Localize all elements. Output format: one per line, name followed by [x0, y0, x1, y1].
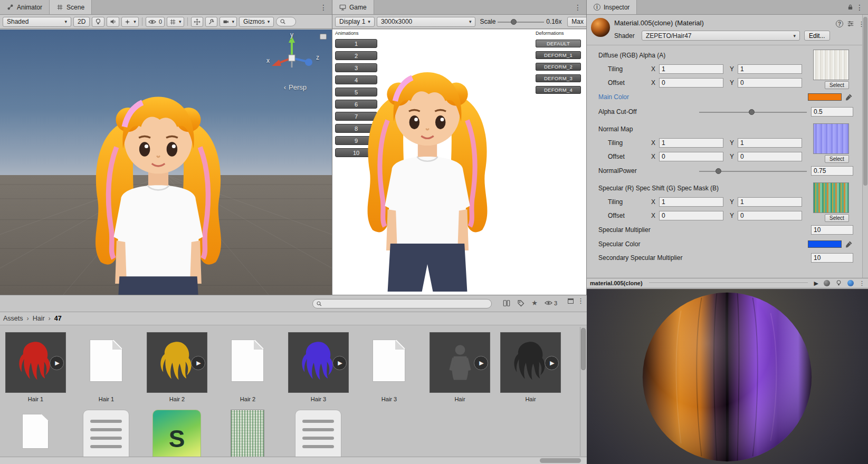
tab-game[interactable]: Game — [332, 0, 374, 14]
label-tag-icon[interactable] — [517, 299, 524, 307]
play-overlay-icon[interactable]: ▶ — [50, 356, 64, 370]
shading-mode-dropdown[interactable]: Shaded ▾ — [3, 17, 71, 27]
tools-button[interactable] — [205, 17, 217, 27]
scale-slider-knob[interactable] — [511, 19, 517, 25]
preview-shape-icon[interactable] — [824, 280, 830, 286]
asset-thumbnail[interactable] — [5, 410, 66, 457]
asset-thumbnail[interactable]: ▶ — [430, 332, 490, 393]
scale-slider[interactable] — [498, 17, 544, 27]
animation-button-1[interactable]: 1 — [335, 39, 377, 48]
deformation-button-3[interactable]: DEFORM_3 — [536, 74, 581, 82]
shader-dropdown[interactable]: ZEPETO/Hair47 ▾ — [642, 31, 800, 41]
specular-offset-y-input[interactable] — [738, 211, 802, 220]
play-overlay-icon[interactable]: ▶ — [332, 356, 347, 370]
asset-thumbnail[interactable]: ▶ — [288, 332, 349, 393]
asset-hair2-prefab[interactable]: ▶ Hair 2 — [147, 332, 207, 402]
asset-hair-silhouette[interactable]: ▶ Hair — [500, 332, 561, 402]
preview-drag-handle[interactable] — [649, 283, 808, 284]
asset-text-document[interactable] — [76, 410, 137, 457]
breadcrumb-hair[interactable]: Hair — [33, 315, 45, 322]
maximize-on-play-button[interactable]: Max — [567, 17, 587, 27]
diffuse-tiling-y-input[interactable] — [738, 64, 802, 74]
specular-map-thumbnail[interactable] — [813, 182, 849, 213]
project-search-input[interactable] — [324, 300, 488, 307]
main-color-swatch[interactable] — [808, 93, 842, 101]
resolution-dropdown[interactable]: 3000x3000 ▾ — [377, 17, 476, 27]
material-preview-header[interactable]: material.005(clone) ▶ ⋮ — [587, 278, 868, 288]
play-overlay-icon[interactable]: ▶ — [545, 356, 559, 370]
effects-dropdown[interactable]: ▾ — [121, 17, 139, 27]
normal-map-thumbnail[interactable] — [813, 123, 849, 154]
asset-thumbnail[interactable] — [359, 332, 419, 393]
scene-viewport[interactable]: x y z ‹ Persp — [0, 30, 332, 295]
normal-tiling-x-input[interactable] — [659, 138, 723, 148]
scene-panel-menu-icon[interactable]: ⋮ — [318, 0, 329, 15]
scene-orientation-gizmo[interactable]: x y z — [266, 33, 317, 83]
normal-power-input[interactable] — [811, 166, 853, 176]
layout-toggle-icon[interactable] — [503, 299, 510, 307]
project-horizontal-scrollbar[interactable] — [0, 457, 587, 464]
deformation-button-2[interactable]: DEFORM_2 — [536, 63, 581, 71]
asset-texture-file[interactable] — [217, 410, 278, 457]
specular-color-swatch[interactable] — [808, 240, 842, 248]
normal-power-slider[interactable] — [699, 166, 807, 176]
inspector-menu-icon[interactable]: ⋮ — [854, 0, 865, 15]
diffuse-offset-y-input[interactable] — [738, 78, 802, 88]
asset-thumbnail[interactable] — [288, 410, 349, 457]
asset-thumbnail[interactable]: ▶ — [500, 332, 561, 393]
diffuse-texture-thumbnail[interactable] — [813, 50, 849, 80]
game-panel-menu-icon[interactable]: ⋮ — [572, 0, 584, 15]
preview-light-icon[interactable] — [835, 279, 842, 287]
tab-scene[interactable]: Scene — [50, 0, 92, 14]
normal-map-select-button[interactable]: Select — [825, 155, 849, 163]
scene-search[interactable] — [276, 17, 296, 26]
alpha-cutoff-slider[interactable] — [699, 107, 807, 117]
deformation-button-1[interactable]: DEFORM_1 — [536, 51, 581, 59]
secondary-specular-input[interactable] — [811, 253, 853, 263]
preview-environment-icon[interactable] — [847, 280, 854, 286]
asset-file-small[interactable] — [5, 410, 66, 457]
asset-hair1-file[interactable]: Hair 1 — [76, 332, 137, 402]
scene-camera-overlay-icon[interactable] — [320, 34, 327, 40]
audio-toggle[interactable] — [107, 17, 119, 27]
asset-hair2-file[interactable]: Hair 2 — [217, 332, 278, 402]
favorites-star-icon[interactable]: ★ — [531, 299, 538, 307]
asset-thumbnail[interactable] — [217, 410, 278, 457]
asset-thumbnail[interactable] — [217, 332, 278, 393]
visibility-toggle[interactable]: 3 — [545, 300, 557, 306]
normal-offset-x-input[interactable] — [659, 152, 723, 161]
specular-offset-x-input[interactable] — [659, 211, 723, 220]
camera-dropdown[interactable]: ▾ — [220, 17, 237, 27]
project-vertical-scrollbar[interactable] — [580, 327, 586, 456]
project-search[interactable] — [312, 299, 492, 308]
asset-thumbnail[interactable]: ▶ — [5, 332, 66, 393]
diffuse-select-button[interactable]: Select — [825, 81, 849, 89]
asset-text-document-2[interactable] — [288, 410, 349, 457]
asset-shader-file[interactable]: S — [147, 410, 207, 457]
lighting-toggle[interactable] — [92, 17, 104, 27]
scrollbar-handle[interactable] — [540, 458, 581, 463]
window-layout-icon[interactable] — [568, 298, 574, 304]
breadcrumb-assets[interactable]: Assets — [3, 315, 23, 322]
material-preview-sphere[interactable] — [640, 290, 814, 464]
shader-edit-button[interactable]: Edit... — [804, 31, 830, 41]
asset-hair3-prefab[interactable]: ▶ Hair 3 — [288, 332, 349, 402]
play-overlay-icon[interactable]: ▶ — [191, 356, 205, 370]
asset-thumbnail[interactable]: S — [147, 410, 207, 457]
tab-animator[interactable]: Animator — [0, 0, 50, 14]
preview-menu-icon[interactable]: ⋮ — [859, 280, 865, 287]
presets-icon[interactable] — [847, 20, 854, 29]
deformation-button-default[interactable]: DEFAULT — [536, 40, 581, 47]
play-overlay-icon[interactable]: ▶ — [474, 356, 488, 370]
help-icon[interactable]: ? — [836, 20, 843, 27]
grid-visibility-dropdown[interactable]: ▾ — [167, 17, 184, 27]
alpha-cutoff-input[interactable] — [811, 107, 853, 117]
diffuse-offset-x-input[interactable] — [659, 78, 723, 88]
eyedropper-icon[interactable] — [845, 93, 853, 101]
deformation-button-4[interactable]: DEFORM_4 — [536, 86, 581, 94]
tab-inspector[interactable]: i Inspector — [587, 0, 637, 14]
normal-tiling-y-input[interactable] — [738, 138, 802, 148]
specular-tiling-y-input[interactable] — [738, 197, 802, 207]
project-menu-icon[interactable]: ⋮ — [577, 297, 584, 305]
material-preview-area[interactable] — [587, 289, 868, 464]
